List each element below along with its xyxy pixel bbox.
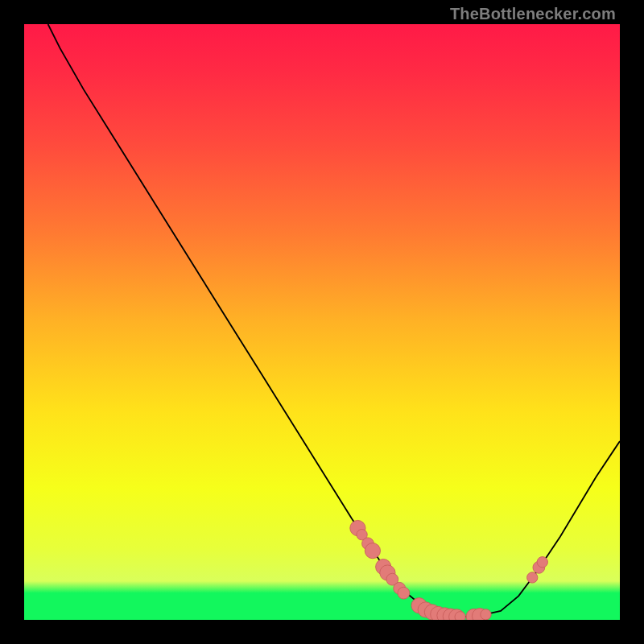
curve-markers bbox=[350, 520, 548, 620]
bottleneck-curve bbox=[48, 24, 620, 617]
plot-overlay bbox=[24, 24, 620, 620]
plot-area bbox=[24, 24, 620, 620]
curve-marker bbox=[365, 543, 380, 559]
curve-marker bbox=[455, 612, 465, 620]
curve-marker bbox=[398, 587, 410, 599]
curve-marker bbox=[527, 572, 538, 583]
attribution-text: TheBottlenecker.com bbox=[450, 5, 616, 23]
curve-marker bbox=[537, 557, 547, 568]
curve-marker bbox=[481, 609, 491, 620]
page-root: TheBottlenecker.com bbox=[0, 0, 644, 644]
